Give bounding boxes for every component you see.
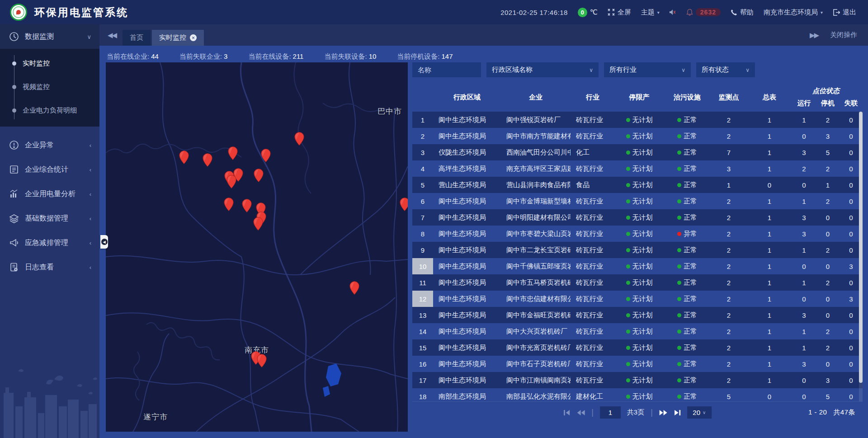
next-page-button[interactable] xyxy=(659,410,667,416)
logout-button[interactable]: 退出 xyxy=(833,8,856,17)
tabs-scroll-left-button[interactable]: ◀◀ xyxy=(99,31,123,39)
map-pin-icon xyxy=(349,281,359,295)
cell-facility: 正常 xyxy=(664,356,711,372)
status-dot xyxy=(677,118,681,122)
tab-home[interactable]: 首页 xyxy=(123,30,151,46)
cell-company: 南充市高坪区王家店建 xyxy=(501,160,571,177)
tabs-scroll-right-button[interactable]: ▶▶ xyxy=(810,31,818,39)
table-row[interactable]: 3 仪陇生态环境局 西南油气田分公司川中 化工 无计划 正常 7 1 3 5 0 xyxy=(412,144,863,160)
table-row[interactable]: 4 高坪生态环境局 南充市高坪区王家店建 砖瓦行业 无计划 正常 3 1 2 2… xyxy=(412,160,863,177)
cell-monitor: 2 xyxy=(711,307,747,323)
map-pin[interactable] xyxy=(203,153,213,167)
cell-stop: 0 xyxy=(816,258,840,274)
cell-total: 1 xyxy=(747,372,792,388)
cell-region: 营山生态环境局 xyxy=(433,177,501,193)
map-pin[interactable] xyxy=(256,354,267,368)
cell-industry: 砖瓦行业 xyxy=(571,160,615,177)
sidebar-item-power-load-detail[interactable]: 企业电力负荷明细 xyxy=(0,99,99,122)
cell-region: 仪陇生态环境局 xyxy=(433,144,501,160)
sidebar-item-log-view[interactable]: 日志查看 ‹ xyxy=(0,255,99,279)
table-row[interactable]: 14 阆中生态环境局 阆中大兴页岩机砖厂 砖瓦行业 无计划 正常 2 1 1 2… xyxy=(412,323,863,339)
table-row[interactable]: 18 南部生态环境局 南部县弘化水泥有限公 建材化工 无计划 正常 5 0 0 … xyxy=(412,388,863,401)
cell-industry: 砖瓦行业 xyxy=(571,193,615,209)
sidebar-item-enterprise-statistics[interactable]: 企业综合统计 ‹ xyxy=(0,157,99,182)
status-dot xyxy=(677,183,681,187)
table-row[interactable]: 13 阆中生态环境局 阆中市金福旺页岩机砖 砖瓦行业 无计划 正常 2 1 3 … xyxy=(412,307,863,323)
sidebar-item-video-monitoring[interactable]: 视频监控 xyxy=(0,75,99,99)
table-row[interactable]: 5 营山生态环境局 营山县润丰肉食品有限 食品 无计划 正常 1 0 0 1 0 xyxy=(412,177,863,193)
fullscreen-button[interactable]: 全屏 xyxy=(608,8,631,17)
table-row[interactable]: 7 阆中生态环境局 阆中明阳建材有限公司 砖瓦行业 无计划 正常 2 1 3 0… xyxy=(412,209,863,226)
name-filter-input[interactable] xyxy=(412,62,481,77)
first-page-button[interactable] xyxy=(563,410,571,416)
org-dropdown[interactable]: 南充市生态环境局 ▾ xyxy=(764,8,823,17)
sidebar-item-enterprise-abnormal[interactable]: 企业异常 ‹ xyxy=(0,133,99,157)
map-pin-icon xyxy=(256,354,267,368)
cell-stop: 0 xyxy=(816,356,840,372)
map-pin[interactable] xyxy=(241,198,252,212)
chevron-down-icon: ∨ xyxy=(87,33,91,40)
table-row[interactable]: 16 阆中生态环境局 阆中市石子页岩机砖厂 砖瓦行业 无计划 正常 2 1 3 … xyxy=(412,356,863,372)
table-row[interactable]: 1 阆中生态环境局 阆中强锐页岩砖厂 砖瓦行业 无计划 正常 2 1 1 2 0 xyxy=(412,112,863,128)
theme-dropdown[interactable]: 主题 ▾ xyxy=(641,8,660,17)
table-row[interactable]: 6 阆中生态环境局 阆中市金博瑞新型墙材 砖瓦行业 无计划 正常 2 1 1 2… xyxy=(412,193,863,209)
cell-region: 阆中生态环境局 xyxy=(433,112,501,128)
industry-filter-select[interactable]: 所有行业 ∨ xyxy=(604,62,691,77)
map-pin[interactable] xyxy=(179,150,189,164)
map-pin-icon xyxy=(261,148,271,162)
sidebar-item-base-data-management[interactable]: 基础数据管理 ‹ xyxy=(0,206,99,231)
table-row[interactable]: 11 阆中生态环境局 阆中市五马桥页岩机砖 砖瓦行业 无计划 正常 2 1 1 … xyxy=(412,274,863,291)
cell-region: 阆中生态环境局 xyxy=(433,242,501,258)
sidebar-item-power-usage-analysis[interactable]: 企业用电量分析 ‹ xyxy=(0,182,99,206)
region-filter-select[interactable]: 行政区域名称 ∨ xyxy=(486,62,599,77)
table-row[interactable]: 2 阆中生态环境局 阆中市南方节能建材有 砖瓦行业 无计划 正常 2 1 0 3… xyxy=(412,128,863,144)
cell-facility: 正常 xyxy=(664,307,711,323)
sidebar-item-data-monitoring[interactable]: 数据监测 ∨ xyxy=(0,24,99,49)
sidebar-item-emergency-reduction[interactable]: 应急减排管理 ‹ xyxy=(0,231,99,255)
mute-button[interactable] xyxy=(670,9,676,15)
map-pin[interactable] xyxy=(253,217,263,231)
tab-realtime-monitoring[interactable]: 实时监控 ✕ xyxy=(152,30,204,46)
current-datetime: 2021-02-25 17:46:18 xyxy=(500,9,568,16)
page-size-select[interactable]: 20 ∨ xyxy=(687,406,712,419)
close-operations-button[interactable]: 关闭操作 xyxy=(830,31,857,39)
map-panel[interactable]: 巴中市南充市遂宁市 xyxy=(106,62,408,432)
table-row[interactable]: 10 阆中生态环境局 阆中千佛镇五郎垭页岩 砖瓦行业 无计划 正常 2 1 0 … xyxy=(412,258,863,274)
table-row[interactable]: 15 阆中生态环境局 阆中市光富页岩机砖厂 砖瓦行业 无计划 正常 2 1 1 … xyxy=(412,339,863,356)
prev-page-button[interactable] xyxy=(577,410,585,416)
column-header-limit: 停限产 xyxy=(615,83,664,112)
cell-index: 17 xyxy=(412,372,433,388)
map-pin[interactable] xyxy=(228,146,238,160)
map-pin[interactable] xyxy=(223,198,234,212)
close-tab-icon[interactable]: ✕ xyxy=(190,34,197,41)
cell-monitor: 2 xyxy=(711,274,747,291)
table-row[interactable]: 17 阆中生态环境局 阆中市江南镇阆南页岩 砖瓦行业 无计划 正常 2 1 0 … xyxy=(412,372,863,388)
map-pin-icon xyxy=(226,174,236,188)
chevron-down-icon: ▾ xyxy=(821,10,823,15)
cell-limit: 无计划 xyxy=(615,307,664,323)
page-number-input[interactable] xyxy=(600,406,621,419)
cell-facility: 正常 xyxy=(664,177,711,193)
status-dot-green xyxy=(626,313,630,317)
notifications-button[interactable]: 2632 xyxy=(686,8,721,16)
cell-total: 1 xyxy=(747,356,792,372)
sidebar-item-realtime-monitoring[interactable]: 实时监控 xyxy=(0,52,99,75)
table-row[interactable]: 8 阆中生态环境局 阆中市枣碧大梁山页岩 砖瓦行业 无计划 异常 2 1 3 0… xyxy=(412,226,863,242)
table-row[interactable]: 9 阆中生态环境局 阆中市二龙长宝页岩砖 砖瓦行业 无计划 正常 2 1 1 2… xyxy=(412,242,863,258)
map-pin[interactable] xyxy=(399,198,408,212)
map-pin[interactable] xyxy=(254,168,264,182)
status-dot-green xyxy=(626,167,630,171)
table-scrollbar[interactable] xyxy=(859,112,863,401)
map-pin[interactable] xyxy=(349,281,359,295)
column-header-monitor: 监测点 xyxy=(711,83,747,112)
map-pin[interactable] xyxy=(261,148,271,162)
map-pin[interactable] xyxy=(226,174,236,188)
sidebar-collapse-button[interactable]: ◀ xyxy=(100,235,108,249)
table-row[interactable]: 12 阆中生态环境局 阆中市忠信建材有限公 砖瓦行业 无计划 正常 2 1 0 … xyxy=(412,291,863,307)
help-button[interactable]: 帮助 xyxy=(731,8,754,17)
map-pin[interactable] xyxy=(294,132,305,146)
cell-company: 阆中市枣碧大梁山页岩 xyxy=(501,226,571,242)
last-page-button[interactable] xyxy=(674,410,681,416)
chevron-left-icon: ‹ xyxy=(90,264,91,271)
status-filter-select[interactable]: 所有状态 ∨ xyxy=(696,62,755,77)
